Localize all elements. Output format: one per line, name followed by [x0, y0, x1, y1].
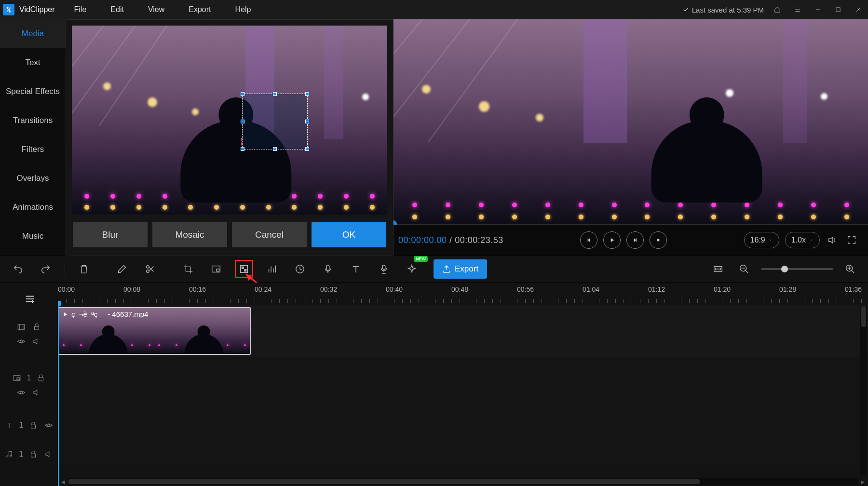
- side-tab-music[interactable]: Music: [0, 222, 66, 251]
- audio-levels-button[interactable]: [263, 260, 281, 278]
- export-button[interactable]: Export: [434, 259, 487, 279]
- enhance-button[interactable]: NEW: [403, 260, 421, 278]
- prev-frame-button[interactable]: [580, 231, 597, 249]
- preview-scene: [72, 26, 387, 215]
- ok-button[interactable]: OK: [312, 222, 386, 247]
- blur-button[interactable]: Blur: [73, 222, 148, 247]
- minimize-button[interactable]: [811, 3, 825, 16]
- video-track[interactable]: ç_¬è_ªç__ - 46637.mp4: [58, 305, 868, 357]
- side-tab-animations[interactable]: Animations: [0, 193, 66, 222]
- mute-icon[interactable]: [31, 387, 42, 398]
- svg-point-23: [20, 340, 23, 343]
- time-ruler[interactable]: 00:0000:0800:1600:2400:3200:4000:4800:56…: [58, 283, 868, 305]
- clip-filename: ç_¬è_ªç__ - 46637.mp4: [71, 310, 148, 318]
- zoom-in-button[interactable]: [841, 260, 859, 278]
- menu-help[interactable]: Help: [231, 2, 256, 17]
- clip-handle-right[interactable]: [250, 325, 251, 337]
- mosaic-tool-button[interactable]: [235, 260, 253, 278]
- menu-file[interactable]: File: [69, 2, 92, 17]
- hamburger-button[interactable]: [791, 3, 804, 16]
- film-icon: [16, 322, 27, 332]
- svg-rect-14: [326, 265, 329, 270]
- pip-track[interactable]: [58, 357, 868, 409]
- split-button[interactable]: [141, 260, 159, 278]
- aspect-ratio-selector[interactable]: 16:9: [744, 232, 779, 248]
- mosaic-edit-preview[interactable]: [72, 26, 387, 215]
- side-tab-overlays[interactable]: Overlays: [0, 164, 66, 193]
- lock-icon[interactable]: [36, 373, 46, 383]
- speech-to-text-button[interactable]: [375, 260, 393, 278]
- save-status-text: Last saved at 5:39 PM: [692, 6, 764, 14]
- menu-edit[interactable]: Edit: [106, 2, 129, 17]
- menu-export[interactable]: Export: [184, 2, 216, 17]
- visibility-icon[interactable]: [16, 387, 27, 398]
- delete-button[interactable]: [75, 260, 93, 278]
- side-tab-transitions[interactable]: Transitions: [0, 106, 66, 135]
- volume-button[interactable]: [826, 233, 839, 247]
- side-tab-text[interactable]: Text: [0, 48, 66, 77]
- player-bar: 00:00:00.00 / 00:00:23.53 16:9 1.0x: [393, 225, 868, 256]
- menubar: File Edit View Export Help: [69, 2, 256, 17]
- speed-selector[interactable]: 1.0x: [785, 232, 820, 248]
- main-preview-scene: [393, 19, 868, 225]
- ruler-tick: 01:28: [779, 285, 796, 293]
- svg-point-0: [7, 7, 9, 9]
- track-menu-button[interactable]: [20, 289, 40, 309]
- svg-point-7: [147, 270, 149, 273]
- audio-track-index: 1: [19, 450, 24, 459]
- tracks: ç_¬è_ªç__ - 46637.mp4: [58, 305, 868, 465]
- hscroll-left-arrow[interactable]: ◀: [59, 478, 68, 485]
- home-button[interactable]: [771, 3, 784, 16]
- fullscreen-button[interactable]: [845, 233, 858, 247]
- side-tab-special-effects[interactable]: Special Effects: [0, 77, 66, 106]
- fit-timeline-button[interactable]: [709, 260, 727, 278]
- audio-track[interactable]: [58, 437, 868, 465]
- ruler-tick: 00:48: [451, 285, 468, 293]
- play-button[interactable]: [603, 231, 621, 249]
- text-track[interactable]: [58, 409, 868, 437]
- menu-view[interactable]: View: [143, 2, 169, 17]
- next-frame-button[interactable]: [626, 231, 644, 249]
- lock-icon[interactable]: [28, 420, 39, 431]
- svg-rect-26: [39, 378, 43, 381]
- video-clip[interactable]: ç_¬è_ªç__ - 46637.mp4: [58, 307, 251, 355]
- main-preview[interactable]: [393, 19, 868, 225]
- hscroll-right-arrow[interactable]: ▶: [858, 478, 867, 485]
- crop-button[interactable]: [179, 260, 197, 278]
- redo-button[interactable]: [37, 260, 55, 278]
- edit-clip-button[interactable]: [113, 260, 131, 278]
- svg-rect-15: [382, 265, 385, 270]
- aspect-button[interactable]: [207, 260, 225, 278]
- close-button[interactable]: [852, 3, 865, 16]
- preview-scrubber[interactable]: [393, 224, 868, 225]
- svg-rect-12: [244, 270, 246, 271]
- voiceover-button[interactable]: [319, 260, 337, 278]
- lock-icon[interactable]: [31, 322, 42, 332]
- zoom-slider[interactable]: [761, 268, 833, 270]
- pip-track-header: 1: [0, 360, 58, 411]
- mute-icon[interactable]: [31, 336, 42, 347]
- text-tool-button[interactable]: [347, 260, 365, 278]
- vertical-scrollbar[interactable]: [860, 307, 867, 475]
- ruler-tick: 01:04: [583, 285, 599, 293]
- text-track-index: 1: [19, 421, 24, 430]
- horizontal-scrollbar[interactable]: ◀ ▶: [68, 478, 857, 485]
- playhead[interactable]: [58, 305, 59, 486]
- stop-button[interactable]: [650, 231, 667, 249]
- visibility-icon[interactable]: [16, 336, 27, 347]
- mosaic-selection-box[interactable]: [242, 94, 308, 149]
- lock-icon[interactable]: [28, 449, 39, 459]
- side-tab-media[interactable]: Media: [0, 19, 66, 48]
- side-tab-filters[interactable]: Filters: [0, 135, 66, 164]
- duration-button[interactable]: [291, 260, 309, 278]
- ruler-tick: 00:32: [320, 285, 337, 293]
- undo-button[interactable]: [9, 260, 27, 278]
- app-logo: [3, 4, 14, 15]
- cancel-button[interactable]: Cancel: [232, 222, 307, 247]
- maximize-button[interactable]: [831, 3, 845, 16]
- mute-icon[interactable]: [43, 449, 54, 459]
- zoom-out-button[interactable]: [735, 260, 753, 278]
- mosaic-button[interactable]: Mosaic: [152, 222, 227, 247]
- visibility-icon[interactable]: [43, 420, 54, 431]
- audio-track-header: 1: [0, 440, 58, 469]
